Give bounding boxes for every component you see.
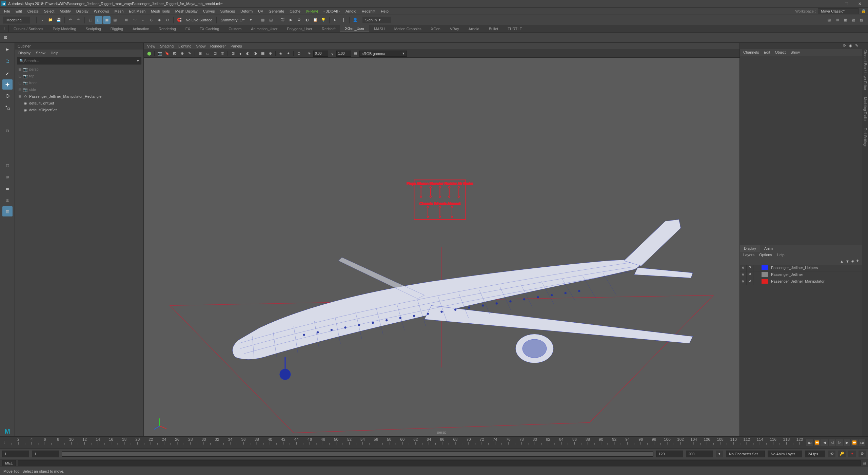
- layers-menu-layers[interactable]: Layers: [743, 253, 754, 257]
- viewport-menu-lighting[interactable]: Lighting: [178, 44, 192, 48]
- bookmark-icon[interactable]: 🔖: [164, 50, 171, 57]
- menu-vray[interactable]: [V-Ray]: [303, 7, 321, 15]
- shaded-button[interactable]: ▩: [842, 16, 849, 24]
- symmetry-dropdown[interactable]: ▾: [247, 16, 255, 24]
- shelf-tab-redshift[interactable]: Redshift: [317, 25, 340, 32]
- playblast-button[interactable]: ▸: [332, 16, 339, 24]
- select-mode-button[interactable]: ⬚: [87, 16, 94, 24]
- shelf-tab-motiongraphics[interactable]: Motion Graphics: [390, 25, 426, 32]
- layer-playback[interactable]: P: [747, 278, 753, 285]
- gamma-field[interactable]: 1.00: [336, 51, 351, 57]
- exposure-field[interactable]: 0.00: [313, 51, 328, 57]
- step-forward-key-button[interactable]: ⏩: [851, 439, 858, 446]
- workspace-selector[interactable]: Maya Classic*: [818, 8, 859, 14]
- textured-icon[interactable]: ▦: [259, 50, 266, 57]
- display-tab[interactable]: Display: [740, 245, 760, 252]
- select-tool[interactable]: [2, 45, 13, 55]
- grease-pencil-icon[interactable]: ✎: [186, 50, 193, 57]
- shelf-tab-rigging[interactable]: Rigging: [106, 25, 128, 32]
- outliner-tree[interactable]: ⊞📷persp ⊞📷top ⊞📷front ⊞📷side ⊞◇Passenger…: [15, 65, 143, 436]
- time-slider[interactable]: ⋮ 24681012141618202224262830323436384042…: [0, 436, 868, 449]
- channelbox-menu-edit[interactable]: Edit: [764, 50, 770, 54]
- menu-create[interactable]: Create: [25, 7, 41, 15]
- layer-row[interactable]: V P Passenger_Jetliner: [740, 271, 862, 278]
- light-editor-button[interactable]: 💡: [320, 16, 327, 24]
- shelf-tab-xgenuser[interactable]: XGen_User: [340, 25, 369, 32]
- wireframe-button[interactable]: ⊞: [833, 16, 841, 24]
- shelf-tab-xgen[interactable]: XGen: [426, 25, 445, 32]
- menu-edit[interactable]: Edit: [13, 7, 25, 15]
- film-gate-icon[interactable]: ▭: [204, 50, 211, 57]
- layout-button[interactable]: ▥: [2, 206, 13, 216]
- anim-end-field[interactable]: 200: [686, 451, 713, 457]
- step-back-key-button[interactable]: ⏪: [814, 439, 821, 446]
- snap-live-button[interactable]: ◈: [156, 16, 163, 24]
- xray-toggle-icon[interactable]: ◈: [277, 50, 284, 57]
- shelf-item-icon[interactable]: ⊡: [2, 34, 9, 41]
- play-forward-button[interactable]: ▷: [836, 439, 843, 446]
- colorspace-icon[interactable]: ▤: [352, 50, 359, 57]
- menu-generate[interactable]: Generate: [266, 7, 287, 15]
- anim-tab[interactable]: Anim: [760, 245, 777, 252]
- goto-end-button[interactable]: ⏭: [859, 439, 865, 446]
- sidebar-tab-channelbox[interactable]: Channel Box / Layer Editor: [863, 50, 867, 90]
- snap-point-button[interactable]: •: [139, 16, 147, 24]
- paint-select-tool[interactable]: [2, 68, 13, 78]
- history-button[interactable]: ▥: [259, 16, 267, 24]
- colorspace-selector[interactable]: sRGB gamma▾: [359, 51, 407, 57]
- anim-layer-selector[interactable]: No Anim Layer: [768, 451, 802, 457]
- layer-playback[interactable]: P: [747, 271, 753, 278]
- layer-row[interactable]: V P Passenger_Jetliner_Manipulator: [740, 278, 862, 285]
- sync-icon[interactable]: ◉: [849, 43, 854, 48]
- four-view-button[interactable]: ⊞: [2, 172, 13, 182]
- outliner-menu-help[interactable]: Help: [51, 51, 59, 55]
- layer-new-empty-icon[interactable]: ◈: [851, 259, 854, 263]
- step-forward-button[interactable]: ▶: [844, 439, 850, 446]
- wireframe-icon[interactable]: ⊠: [230, 50, 236, 57]
- history-off-button[interactable]: ▤: [267, 16, 275, 24]
- layer-move-down-icon[interactable]: ▼: [846, 259, 849, 263]
- menu-meshtools[interactable]: Mesh Tools: [148, 7, 172, 15]
- xray-joints-icon[interactable]: ✦: [285, 50, 292, 57]
- xray-button[interactable]: ▦: [825, 16, 833, 24]
- shelf-tab-animation[interactable]: Animation: [128, 25, 154, 32]
- menu-meshdisplay[interactable]: Mesh Display: [173, 7, 200, 15]
- step-back-button[interactable]: ◀: [821, 439, 828, 446]
- outliner-view-button[interactable]: ☰: [2, 183, 13, 193]
- lasso-tool[interactable]: [2, 56, 13, 66]
- layer-name[interactable]: Passenger_Jetliner_Manipulator: [770, 279, 825, 283]
- shelf-tab-polyuser[interactable]: Polygons_User: [282, 25, 317, 32]
- shelf-tab-polymodeling[interactable]: Poly Modeling: [48, 25, 81, 32]
- perspoutliner-view-button[interactable]: ◫: [2, 195, 13, 205]
- layer-type[interactable]: [753, 271, 760, 278]
- command-language-selector[interactable]: MEL: [2, 460, 16, 466]
- channelbox-menu-show[interactable]: Show: [790, 50, 800, 54]
- layers-menu-help[interactable]: Help: [777, 253, 785, 257]
- menu-3dtoall[interactable]: - 3DtoAll -: [321, 7, 343, 15]
- new-scene-button[interactable]: ▫: [39, 16, 46, 24]
- outliner-menu-display[interactable]: Display: [18, 51, 31, 55]
- outliner-search-input[interactable]: [24, 59, 137, 63]
- viewport-menu-show[interactable]: Show: [196, 44, 206, 48]
- goto-start-button[interactable]: ⏮: [806, 439, 813, 446]
- shelf-tab-sculpting[interactable]: Sculpting: [81, 25, 106, 32]
- select-component-button[interactable]: ▦: [111, 16, 119, 24]
- shelf-tab-vray[interactable]: VRay: [445, 25, 464, 32]
- exposure-icon[interactable]: ☀: [306, 50, 313, 57]
- render-button[interactable]: 🎬: [279, 16, 287, 24]
- range-slider-track[interactable]: [62, 451, 653, 457]
- channelbox-menu-object[interactable]: Object: [775, 50, 786, 54]
- outliner-item-lightset[interactable]: ◉defaultLightSet: [15, 100, 143, 107]
- render-setup-button[interactable]: 📋: [312, 16, 319, 24]
- image-plane-icon[interactable]: 🖼: [171, 50, 178, 57]
- character-set-selector[interactable]: No Character Set: [726, 451, 765, 457]
- select-hierarchy-button[interactable]: ⬚: [95, 16, 102, 24]
- ipr-button[interactable]: ▶: [287, 16, 295, 24]
- menu-windows[interactable]: Windows: [91, 7, 112, 15]
- menu-uv[interactable]: UV: [255, 7, 266, 15]
- menu-modify[interactable]: Modify: [57, 7, 73, 15]
- signin-button[interactable]: Sign In▾: [362, 17, 391, 23]
- shelf-tab-mash[interactable]: MASH: [369, 25, 390, 32]
- resolution-gate-icon[interactable]: ⊡: [212, 50, 218, 57]
- gamma-icon[interactable]: γ: [329, 50, 336, 57]
